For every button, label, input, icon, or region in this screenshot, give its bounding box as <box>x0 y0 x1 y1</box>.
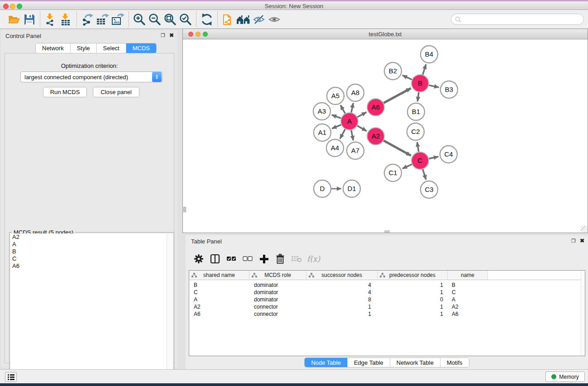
delete-column-trash-icon[interactable] <box>274 253 286 265</box>
table-cell[interactable]: 1 <box>378 303 448 310</box>
result-list-item[interactable]: A6 <box>10 262 173 270</box>
window-resize-grip[interactable] <box>581 226 587 232</box>
table-cell[interactable]: 1 <box>306 303 378 310</box>
table-row[interactable]: Cdominator41C <box>189 289 585 296</box>
float-panel-icon[interactable]: ❐ <box>571 238 576 243</box>
result-list-item[interactable]: C <box>10 255 173 262</box>
table-cell[interactable]: dominator <box>249 296 306 303</box>
tab-mcds[interactable]: MCDS <box>126 43 156 53</box>
network-node[interactable]: A1 <box>314 124 331 141</box>
tab-select[interactable]: Select <box>97 43 126 53</box>
column-header-shared-name[interactable]: shared name <box>189 271 249 280</box>
new-network-from-selection-icon[interactable] <box>220 12 236 27</box>
table-cell[interactable]: dominator <box>249 289 306 296</box>
table-row[interactable]: Adominator80A <box>189 296 585 303</box>
table-cell[interactable]: 1 <box>378 289 448 296</box>
network-node[interactable]: A4 <box>326 139 344 157</box>
export-network-icon[interactable] <box>80 12 95 27</box>
network-node[interactable]: A2 <box>367 128 384 145</box>
network-node[interactable]: C <box>411 152 429 169</box>
export-image-icon[interactable] <box>110 12 126 27</box>
network-node[interactable]: A8 <box>347 84 364 101</box>
result-list-scrollbar[interactable] <box>167 234 173 384</box>
close-panel-icon[interactable]: ✖ <box>169 33 174 38</box>
network-node[interactable]: A <box>341 113 358 130</box>
tab-node-table[interactable]: Node Table <box>305 358 348 367</box>
two-houses-icon[interactable] <box>236 12 251 27</box>
create-column-plus-icon[interactable] <box>258 253 270 265</box>
result-list-item[interactable]: B <box>10 248 173 255</box>
table-cell[interactable]: 8 <box>306 296 378 303</box>
column-header-predecessor-nodes[interactable]: predecessor nodes <box>378 271 448 280</box>
table-cell[interactable]: 0 <box>378 296 448 303</box>
table-cell[interactable]: A <box>448 296 488 303</box>
table-cell[interactable]: connector <box>249 310 306 318</box>
run-mcds-button[interactable]: Run MCDS <box>43 87 87 97</box>
table-cell[interactable]: 1 <box>306 310 378 318</box>
table-cell[interactable]: C <box>189 289 249 296</box>
zoom-out-icon[interactable] <box>147 12 163 27</box>
zoom-in-icon[interactable] <box>132 12 147 27</box>
table-scrollbar[interactable] <box>581 271 585 356</box>
function-builder-icon[interactable]: f(x) <box>307 254 320 263</box>
network-node[interactable]: C4 <box>440 146 457 163</box>
delete-table-icon[interactable] <box>291 253 302 265</box>
table-row[interactable]: A2connector11A2 <box>189 303 585 310</box>
unselect-all-columns-icon[interactable] <box>242 253 253 265</box>
network-node[interactable]: A5 <box>327 87 344 105</box>
import-table-icon[interactable] <box>58 12 74 27</box>
network-node[interactable]: C3 <box>421 181 438 198</box>
result-list-item[interactable]: A <box>10 241 173 248</box>
search-field[interactable] <box>451 14 584 25</box>
network-node[interactable]: B3 <box>440 81 458 98</box>
hide-eye-icon[interactable] <box>251 12 267 27</box>
table-cell[interactable]: A6 <box>189 310 249 318</box>
table-cell[interactable]: 1 <box>378 310 448 318</box>
search-input[interactable] <box>461 16 583 23</box>
refresh-icon[interactable] <box>199 12 215 27</box>
optimization-criterion-select[interactable]: largest connected component (directed) ▲… <box>20 71 163 82</box>
export-table-icon[interactable] <box>95 12 110 27</box>
table-cell[interactable]: A2 <box>189 303 249 310</box>
tab-network-table[interactable]: Network Table <box>390 358 440 367</box>
float-panel-icon[interactable]: ❐ <box>161 33 165 38</box>
tab-network[interactable]: Network <box>36 43 71 53</box>
network-canvas[interactable]: AA1A2A3A4A5A6A7A8BB1B2B3B4CC1C2C3C4DD1 <box>183 40 587 233</box>
task-history-button[interactable] <box>5 372 17 382</box>
network-node[interactable]: A3 <box>313 103 330 120</box>
network-node[interactable]: D1 <box>343 180 360 197</box>
table-cell[interactable]: A6 <box>448 310 488 318</box>
close-panel-icon[interactable]: ✖ <box>580 238 584 243</box>
network-node[interactable]: B4 <box>421 46 438 63</box>
network-node[interactable]: B <box>411 75 429 92</box>
open-session-icon[interactable] <box>6 12 22 27</box>
zoom-selected-icon[interactable] <box>178 12 193 27</box>
network-node[interactable]: A7 <box>347 142 364 159</box>
zoom-fit-icon[interactable] <box>163 12 178 27</box>
network-node[interactable]: B1 <box>407 103 425 120</box>
select-all-columns-icon[interactable] <box>225 253 237 265</box>
network-node[interactable]: C2 <box>407 123 424 140</box>
column-header-successor-nodes[interactable]: successor nodes <box>306 271 378 280</box>
table-cell[interactable]: 1 <box>378 281 448 289</box>
table-settings-gear-icon[interactable] <box>193 253 205 265</box>
save-session-icon[interactable] <box>22 12 37 27</box>
table-cell[interactable]: connector <box>249 303 306 310</box>
column-header-name[interactable]: name <box>448 271 488 280</box>
close-panel-button[interactable]: Close panel <box>93 87 139 97</box>
result-list-item[interactable]: A2 <box>10 234 173 241</box>
table-row[interactable]: Bdominator41B <box>189 281 585 289</box>
table-cell[interactable]: C <box>448 289 488 296</box>
import-network-icon[interactable] <box>43 12 58 27</box>
table-row[interactable]: A6connector11A6 <box>189 310 585 318</box>
column-header-mcds-role[interactable]: MCDS role <box>249 271 306 280</box>
tab-style[interactable]: Style <box>71 43 97 53</box>
table-cell[interactable]: A <box>189 296 249 303</box>
table-cell[interactable]: B <box>448 281 488 289</box>
memory-button[interactable]: Memory <box>545 372 585 382</box>
table-cell[interactable]: B <box>189 281 249 289</box>
network-node[interactable]: B2 <box>384 62 402 80</box>
tab-motifs[interactable]: Motifs <box>440 358 469 367</box>
network-node[interactable]: A6 <box>367 99 384 116</box>
show-eye-icon[interactable] <box>267 12 282 27</box>
